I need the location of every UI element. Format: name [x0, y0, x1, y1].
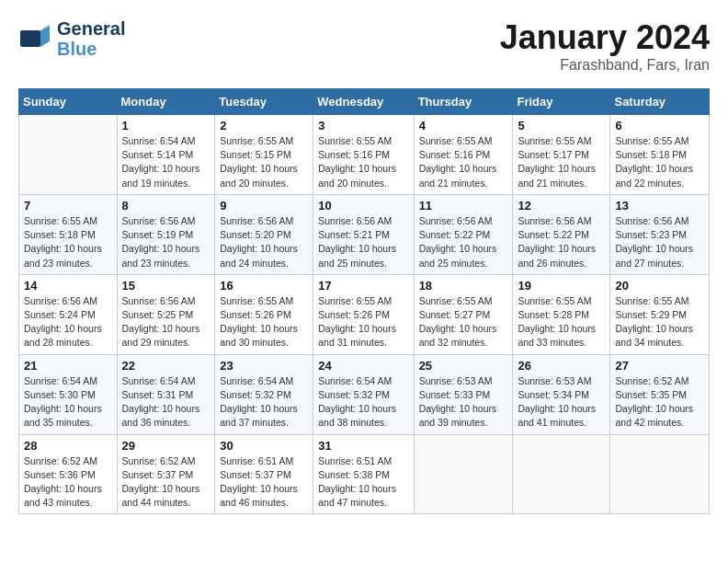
day-number: 6 — [615, 119, 704, 132]
week-row-5: 28Sunrise: 6:52 AM Sunset: 5:36 PM Dayli… — [19, 434, 710, 514]
weekday-header-tuesday: Tuesday — [215, 89, 313, 115]
day-number: 26 — [518, 359, 605, 373]
day-info: Sunrise: 6:54 AM Sunset: 5:32 PM Dayligh… — [318, 374, 408, 431]
logo-icon — [18, 21, 53, 56]
day-info: Sunrise: 6:56 AM Sunset: 5:19 PM Dayligh… — [122, 214, 210, 270]
week-row-4: 21Sunrise: 6:54 AM Sunset: 5:30 PM Dayli… — [19, 354, 710, 434]
calendar-cell: 9Sunrise: 6:56 AM Sunset: 5:20 PM Daylig… — [215, 194, 313, 274]
day-number: 9 — [220, 199, 308, 213]
day-info: Sunrise: 6:56 AM Sunset: 5:22 PM Dayligh… — [419, 214, 508, 270]
calendar-cell: 22Sunrise: 6:54 AM Sunset: 5:31 PM Dayli… — [117, 354, 215, 434]
day-info: Sunrise: 6:52 AM Sunset: 5:36 PM Dayligh… — [24, 454, 112, 511]
weekday-header-monday: Monday — [117, 89, 215, 115]
calendar-cell: 21Sunrise: 6:54 AM Sunset: 5:30 PM Dayli… — [19, 354, 118, 434]
day-number: 11 — [419, 199, 508, 213]
day-number: 8 — [122, 199, 210, 213]
day-number: 29 — [122, 439, 210, 453]
calendar-cell: 17Sunrise: 6:55 AM Sunset: 5:26 PM Dayli… — [313, 274, 414, 354]
day-info: Sunrise: 6:54 AM Sunset: 5:14 PM Dayligh… — [122, 134, 210, 190]
day-info: Sunrise: 6:54 AM Sunset: 5:31 PM Dayligh… — [122, 374, 210, 431]
page-header: General Blue January 2024 Farashband, Fa… — [18, 18, 710, 74]
day-number: 4 — [419, 119, 508, 132]
calendar-cell: 1Sunrise: 6:54 AM Sunset: 5:14 PM Daylig… — [117, 115, 215, 195]
calendar-cell: 13Sunrise: 6:56 AM Sunset: 5:23 PM Dayli… — [610, 194, 710, 274]
svg-rect-0 — [20, 30, 40, 47]
logo-name-general: General — [57, 18, 125, 39]
day-info: Sunrise: 6:55 AM Sunset: 5:18 PM Dayligh… — [615, 134, 704, 190]
day-number: 28 — [24, 439, 112, 453]
day-info: Sunrise: 6:55 AM Sunset: 5:28 PM Dayligh… — [518, 294, 605, 350]
day-info: Sunrise: 6:55 AM Sunset: 5:29 PM Dayligh… — [615, 294, 704, 350]
week-row-2: 7Sunrise: 6:55 AM Sunset: 5:18 PM Daylig… — [19, 194, 710, 274]
day-info: Sunrise: 6:54 AM Sunset: 5:32 PM Dayligh… — [220, 374, 308, 431]
day-number: 18 — [419, 279, 508, 293]
day-info: Sunrise: 6:56 AM Sunset: 5:20 PM Dayligh… — [220, 214, 308, 270]
calendar-table: SundayMondayTuesdayWednesdayThursdayFrid… — [18, 88, 710, 514]
calendar-cell: 26Sunrise: 6:53 AM Sunset: 5:34 PM Dayli… — [513, 354, 610, 434]
day-number: 10 — [318, 199, 408, 213]
day-number: 1 — [122, 119, 210, 132]
weekday-header-sunday: Sunday — [19, 89, 118, 115]
day-info: Sunrise: 6:55 AM Sunset: 5:16 PM Dayligh… — [419, 134, 508, 190]
day-number: 23 — [220, 359, 308, 373]
day-number: 3 — [318, 119, 408, 132]
day-number: 14 — [24, 279, 112, 293]
day-number: 16 — [220, 279, 308, 293]
day-number: 17 — [318, 279, 408, 293]
logo-name-blue: Blue — [57, 39, 125, 59]
calendar-cell: 11Sunrise: 6:56 AM Sunset: 5:22 PM Dayli… — [414, 194, 513, 274]
day-info: Sunrise: 6:55 AM Sunset: 5:16 PM Dayligh… — [318, 134, 408, 190]
calendar-cell — [19, 115, 118, 195]
month-title: January 2024 — [500, 18, 710, 57]
day-info: Sunrise: 6:55 AM Sunset: 5:26 PM Dayligh… — [220, 294, 308, 350]
weekday-header-thursday: Thursday — [414, 89, 513, 115]
calendar-cell — [513, 434, 610, 514]
day-info: Sunrise: 6:51 AM Sunset: 5:38 PM Dayligh… — [318, 454, 408, 511]
day-number: 22 — [122, 359, 210, 373]
week-row-3: 14Sunrise: 6:56 AM Sunset: 5:24 PM Dayli… — [19, 274, 710, 354]
calendar-cell: 2Sunrise: 6:55 AM Sunset: 5:15 PM Daylig… — [215, 115, 313, 195]
day-info: Sunrise: 6:53 AM Sunset: 5:34 PM Dayligh… — [518, 374, 605, 431]
calendar-cell: 7Sunrise: 6:55 AM Sunset: 5:18 PM Daylig… — [19, 194, 118, 274]
calendar-cell: 20Sunrise: 6:55 AM Sunset: 5:29 PM Dayli… — [610, 274, 710, 354]
day-number: 19 — [518, 279, 605, 293]
calendar-cell: 18Sunrise: 6:55 AM Sunset: 5:27 PM Dayli… — [414, 274, 513, 354]
day-number: 30 — [220, 439, 308, 453]
day-info: Sunrise: 6:55 AM Sunset: 5:17 PM Dayligh… — [518, 134, 605, 190]
calendar-cell: 14Sunrise: 6:56 AM Sunset: 5:24 PM Dayli… — [19, 274, 118, 354]
calendar-cell: 27Sunrise: 6:52 AM Sunset: 5:35 PM Dayli… — [610, 354, 710, 434]
day-number: 5 — [518, 119, 605, 132]
day-number: 21 — [24, 359, 112, 373]
day-info: Sunrise: 6:56 AM Sunset: 5:24 PM Dayligh… — [24, 294, 112, 350]
day-number: 24 — [318, 359, 408, 373]
day-number: 12 — [518, 199, 605, 213]
calendar-cell: 10Sunrise: 6:56 AM Sunset: 5:21 PM Dayli… — [313, 194, 414, 274]
day-info: Sunrise: 6:53 AM Sunset: 5:33 PM Dayligh… — [419, 374, 508, 431]
weekday-header-friday: Friday — [513, 89, 610, 115]
calendar-cell: 4Sunrise: 6:55 AM Sunset: 5:16 PM Daylig… — [414, 115, 513, 195]
day-number: 27 — [615, 359, 704, 373]
day-info: Sunrise: 6:54 AM Sunset: 5:30 PM Dayligh… — [24, 374, 112, 431]
day-number: 2 — [220, 119, 308, 132]
day-number: 31 — [318, 439, 408, 453]
calendar-cell: 19Sunrise: 6:55 AM Sunset: 5:28 PM Dayli… — [513, 274, 610, 354]
day-info: Sunrise: 6:55 AM Sunset: 5:15 PM Dayligh… — [220, 134, 308, 190]
calendar-cell: 29Sunrise: 6:52 AM Sunset: 5:37 PM Dayli… — [117, 434, 215, 514]
day-info: Sunrise: 6:56 AM Sunset: 5:23 PM Dayligh… — [615, 214, 704, 270]
day-info: Sunrise: 6:55 AM Sunset: 5:26 PM Dayligh… — [318, 294, 408, 350]
day-info: Sunrise: 6:56 AM Sunset: 5:21 PM Dayligh… — [318, 214, 408, 270]
calendar-cell: 16Sunrise: 6:55 AM Sunset: 5:26 PM Dayli… — [215, 274, 313, 354]
calendar-cell: 31Sunrise: 6:51 AM Sunset: 5:38 PM Dayli… — [313, 434, 414, 514]
day-info: Sunrise: 6:51 AM Sunset: 5:37 PM Dayligh… — [220, 454, 308, 511]
calendar-cell: 30Sunrise: 6:51 AM Sunset: 5:37 PM Dayli… — [215, 434, 313, 514]
calendar-cell: 12Sunrise: 6:56 AM Sunset: 5:22 PM Dayli… — [513, 194, 610, 274]
calendar-cell — [610, 434, 710, 514]
day-info: Sunrise: 6:56 AM Sunset: 5:25 PM Dayligh… — [122, 294, 210, 350]
week-row-1: 1Sunrise: 6:54 AM Sunset: 5:14 PM Daylig… — [19, 115, 710, 195]
calendar-cell: 25Sunrise: 6:53 AM Sunset: 5:33 PM Dayli… — [414, 354, 513, 434]
calendar-cell — [414, 434, 513, 514]
calendar-cell: 15Sunrise: 6:56 AM Sunset: 5:25 PM Dayli… — [117, 274, 215, 354]
day-info: Sunrise: 6:55 AM Sunset: 5:18 PM Dayligh… — [24, 214, 112, 270]
day-number: 15 — [122, 279, 210, 293]
calendar-cell: 8Sunrise: 6:56 AM Sunset: 5:19 PM Daylig… — [117, 194, 215, 274]
